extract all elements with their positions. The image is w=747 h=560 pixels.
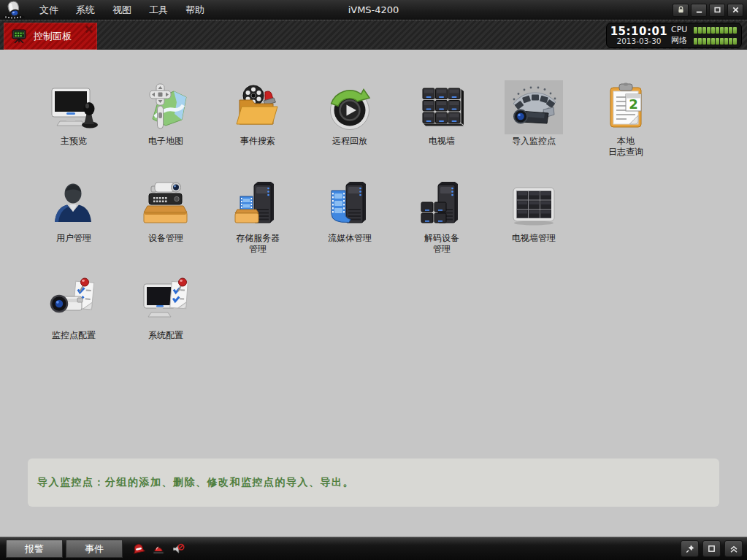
camera-settings-icon bbox=[45, 275, 103, 329]
panel-item-remote-playback[interactable]: 远程回放 bbox=[304, 80, 396, 158]
statusbar-tab-2[interactable]: 事件 bbox=[66, 540, 123, 558]
maximize-button[interactable] bbox=[709, 4, 725, 17]
alarm-icons bbox=[132, 542, 185, 556]
panel-row-2: 用户管理设备管理存储服务器管理流媒体管理解码设备管理电视墙管理 bbox=[28, 177, 580, 255]
cpu-meter-bar bbox=[694, 27, 737, 34]
panel-item-system-config[interactable]: 系统配置 bbox=[120, 275, 212, 341]
statusbar-tab-1[interactable]: 报警 bbox=[6, 540, 63, 558]
panel-item-label: 本地日志查询 bbox=[608, 136, 643, 158]
statusbar-right-buttons bbox=[681, 540, 743, 557]
description-text: 导入监控点：分组的添加、删除、修改和监控点的导入、导出。 bbox=[37, 476, 354, 489]
panel-item-label: 用户管理 bbox=[56, 233, 91, 244]
lock-button[interactable] bbox=[673, 4, 689, 17]
panel-item-storage-server-management[interactable]: 存储服务器管理 bbox=[212, 177, 304, 255]
panel-item-label: 监控点配置 bbox=[52, 330, 96, 341]
menu-item-3[interactable]: 视图 bbox=[104, 1, 140, 20]
panel-item-tv-wall[interactable]: 电视墙 bbox=[396, 80, 488, 158]
remote-playback-icon bbox=[321, 80, 379, 134]
tab-control-panel[interactable]: 控制面板 bbox=[4, 23, 97, 50]
restore-panel-button[interactable] bbox=[702, 540, 721, 557]
maximize-icon bbox=[713, 6, 721, 14]
panel-item-import-camera[interactable]: 导入监控点 bbox=[488, 80, 580, 158]
import-camera-icon bbox=[505, 80, 563, 134]
tab-bar: 控制面板 15:10:01 2013-03-30 CPU 网络 bbox=[0, 20, 747, 50]
network-meter: 网络 bbox=[671, 37, 737, 45]
device-management-icon bbox=[137, 177, 195, 231]
menu-item-1[interactable]: 文件 bbox=[31, 1, 67, 20]
tab-label: 控制面板 bbox=[34, 30, 72, 43]
user-management-icon bbox=[45, 177, 103, 231]
tv-wall-icon bbox=[413, 80, 471, 134]
menu-item-2[interactable]: 系统 bbox=[67, 1, 104, 20]
panel-item-local-log[interactable]: 2本地日志查询 bbox=[580, 80, 672, 158]
description-panel: 导入监控点：分组的添加、删除、修改和监控点的导入、导出。 bbox=[28, 459, 719, 507]
panel-row-1: 主预览电子地图事件搜索远程回放电视墙导入监控点2本地日志查询 bbox=[28, 80, 672, 158]
panel-row-3: 监控点配置系统配置 bbox=[28, 275, 212, 341]
panel-item-label: 远程回放 bbox=[332, 136, 367, 147]
panel-item-label: 电视墙管理 bbox=[512, 233, 556, 244]
status-bar: 报警事件 bbox=[0, 537, 747, 560]
panel-item-emap[interactable]: 电子地图 bbox=[120, 80, 212, 158]
panel-item-label: 设备管理 bbox=[148, 233, 183, 244]
main-preview-icon bbox=[45, 80, 103, 134]
panel-item-label: 解码设备管理 bbox=[424, 233, 459, 255]
collapse-icon bbox=[729, 544, 739, 554]
panel-item-camera-settings[interactable]: 监控点配置 bbox=[28, 275, 120, 341]
window-buttons bbox=[673, 4, 743, 17]
panel-item-label: 导入监控点 bbox=[512, 136, 556, 147]
statusbar-tabs: 报警事件 bbox=[6, 540, 123, 558]
panel-item-label: 电子地图 bbox=[148, 136, 183, 147]
panel-item-label: 主预览 bbox=[61, 136, 87, 147]
system-config-icon bbox=[137, 275, 195, 329]
close-button[interactable] bbox=[727, 4, 743, 17]
panel-item-label: 流媒体管理 bbox=[328, 233, 372, 244]
panel-item-label: 事件搜索 bbox=[240, 136, 275, 147]
panel-item-label: 存储服务器管理 bbox=[236, 233, 280, 255]
lock-icon bbox=[677, 6, 685, 14]
cpu-meter: CPU bbox=[671, 26, 737, 34]
panel-item-device-management[interactable]: 设备管理 bbox=[120, 177, 212, 255]
clock: 15:10:01 2013-03-30 bbox=[607, 26, 671, 45]
minimize-icon bbox=[695, 6, 703, 14]
clock-time: 15:10:01 bbox=[607, 26, 671, 37]
cpu-label: CPU bbox=[671, 26, 694, 34]
panel-item-label: 系统配置 bbox=[148, 330, 183, 341]
panel-item-main-preview[interactable]: 主预览 bbox=[28, 80, 120, 158]
decoding-device-management-icon bbox=[413, 177, 471, 231]
alarm-light-icon[interactable] bbox=[152, 542, 165, 556]
panel-item-stream-media-management[interactable]: 流媒体管理 bbox=[304, 177, 396, 255]
svg-text:2: 2 bbox=[629, 96, 638, 112]
minimize-button[interactable] bbox=[691, 4, 707, 17]
local-log-icon: 2 bbox=[597, 80, 655, 134]
menu-item-5[interactable]: 帮助 bbox=[177, 1, 213, 20]
pin-icon bbox=[685, 544, 695, 554]
menu-bar: 文件系统视图工具帮助 bbox=[31, 1, 213, 20]
stop-alarm-icon[interactable] bbox=[132, 542, 145, 556]
usage-meters: CPU 网络 bbox=[671, 26, 737, 45]
storage-server-management-icon bbox=[229, 177, 287, 231]
event-search-icon bbox=[229, 80, 287, 134]
emap-icon bbox=[137, 80, 195, 134]
tv-wall-management-icon bbox=[505, 177, 563, 231]
collapse-button[interactable] bbox=[724, 540, 743, 557]
title-bar: 文件系统视图工具帮助 iVMS-4200 bbox=[0, 0, 747, 20]
network-label: 网络 bbox=[671, 37, 694, 45]
mute-alarm-icon[interactable] bbox=[172, 542, 185, 556]
control-panel: 主预览电子地图事件搜索远程回放电视墙导入监控点2本地日志查询 用户管理设备管理存… bbox=[0, 50, 747, 537]
status-widget: 15:10:01 2013-03-30 CPU 网络 bbox=[606, 23, 742, 48]
panel-item-decoding-device-management[interactable]: 解码设备管理 bbox=[396, 177, 488, 255]
control-panel-icon bbox=[10, 28, 28, 45]
network-meter-bar bbox=[694, 38, 737, 45]
panel-item-label: 电视墙 bbox=[429, 136, 455, 147]
tab-close-icon[interactable] bbox=[85, 25, 93, 34]
close-icon bbox=[732, 6, 740, 14]
pin-button[interactable] bbox=[681, 540, 699, 557]
clock-date: 2013-03-30 bbox=[607, 37, 671, 45]
stream-media-management-icon bbox=[321, 177, 379, 231]
panel-item-tv-wall-management[interactable]: 电视墙管理 bbox=[488, 177, 580, 255]
restore-panel-icon bbox=[707, 544, 716, 553]
menu-item-4[interactable]: 工具 bbox=[140, 1, 177, 20]
panel-item-event-search[interactable]: 事件搜索 bbox=[212, 80, 304, 158]
panel-item-user-management[interactable]: 用户管理 bbox=[28, 177, 120, 255]
